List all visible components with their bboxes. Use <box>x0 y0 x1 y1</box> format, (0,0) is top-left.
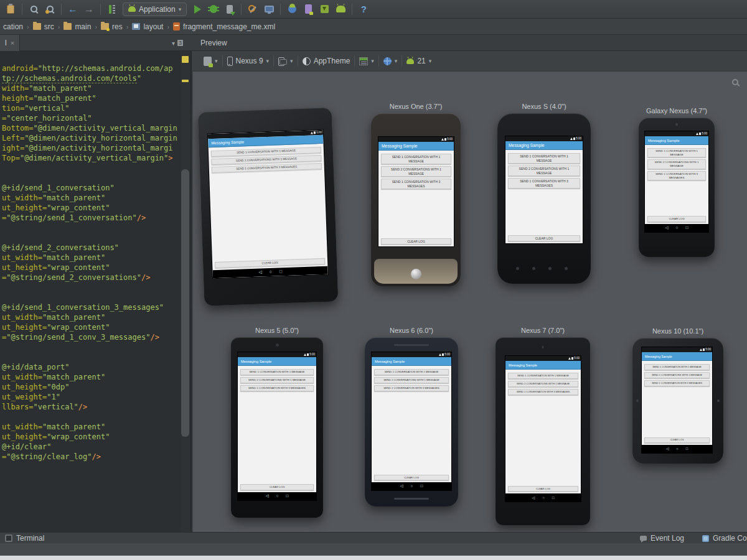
clear-log-button[interactable]: CLEAR LOG <box>508 486 578 492</box>
avd-manager-icon[interactable] <box>284 2 299 17</box>
send-1-conversation-button[interactable]: SEND 1 CONVERSATION WITH 1 MESSAGE <box>240 369 314 375</box>
back-icon[interactable]: ← <box>65 2 80 17</box>
forward-icon[interactable]: → <box>82 2 96 17</box>
clear-log-button[interactable]: CLEAR LOG <box>381 238 451 245</box>
device-screen[interactable]: 5:00 Messaging Sample SEND 1 CONVERSATIO… <box>505 356 581 502</box>
locale-dropdown[interactable]: ▾ <box>379 57 402 65</box>
send-1-conversation-3-messages-button[interactable]: SEND 1 CONVERSATION WITH 3 MESSAGES <box>644 380 710 386</box>
breadcrumb-item[interactable]: fragment_message_me.xml <box>171 22 277 31</box>
activity-dropdown[interactable]: ▾ <box>355 57 378 65</box>
send-1-conversation-3-messages-button[interactable]: SEND 1 CONVERSATION WITH 3 MESSAGES <box>381 179 451 189</box>
chevron-down-icon: ▾ <box>266 58 270 64</box>
editor-scrollbar[interactable] <box>181 51 190 532</box>
preview-canvas[interactable]: 5:00 Messaging Sample SEND 1 CONVERSATIO… <box>193 72 747 532</box>
device-screen[interactable]: 5:00 Messaging Sample SEND 1 CONVERSATIO… <box>208 130 328 278</box>
theme-dropdown[interactable]: AppTheme <box>298 57 355 65</box>
battery-icon <box>442 353 444 357</box>
toggle-columns-icon[interactable] <box>105 2 120 17</box>
android-icon[interactable] <box>333 2 348 17</box>
send-1-conversation-button[interactable]: SEND 1 CONVERSATION WITH 1 MESSAGE <box>508 373 578 379</box>
screen-actionbar: Messaging Sample <box>505 141 583 150</box>
chevron-down-icon: ▾ <box>172 40 175 47</box>
device-galaxynexus[interactable]: 5:00 Messaging Sample SEND 1 CONVERSATIO… <box>639 118 715 257</box>
breadcrumb-item[interactable]: cation <box>1 22 25 31</box>
breadcrumb-item[interactable]: main <box>62 22 93 31</box>
clear-log-button[interactable]: CLEAR LOG <box>508 235 580 242</box>
device-screen[interactable]: 5:00 Messaging Sample SEND 1 CONVERSATIO… <box>642 347 712 453</box>
clear-log-button[interactable]: CLEAR LOG <box>644 437 710 443</box>
send-1-conversation-3-messages-button[interactable]: SEND 1 CONVERSATION WITH 3 MESSAGES <box>508 389 578 395</box>
breadcrumb-label: fragment_message_me.xml <box>183 22 275 31</box>
code-editor[interactable]: android="http://schemas.android.com/aptp… <box>0 51 192 532</box>
editor-tab[interactable]: l × <box>0 35 20 51</box>
sdk-manager-icon[interactable] <box>317 2 332 17</box>
send-1-conversation-3-messages-button[interactable]: SEND 1 CONVERSATION WITH 3 MESSAGES <box>212 163 322 173</box>
device-screen[interactable]: 5:00 Messaging Sample SEND 1 CONVERSATIO… <box>505 136 583 243</box>
scrollbar-thumb[interactable] <box>181 169 189 437</box>
breadcrumb-item[interactable]: layout <box>130 22 165 31</box>
api-level-dropdown[interactable]: 21 ▾ <box>402 57 436 65</box>
clear-log-button[interactable]: CLEAR LOG <box>647 216 706 222</box>
send-1-conversation-3-messages-button[interactable]: SEND 1 CONVERSATION WITH 3 MESSAGES <box>374 385 449 391</box>
device-dropdown[interactable]: Nexus 9 ▾ <box>223 57 274 66</box>
send-2-conversations-button[interactable]: SEND 2 CONVERSATIONS WITH 1 MESSAGE <box>647 159 706 169</box>
battery-icon <box>699 133 701 136</box>
device-nexus9[interactable]: 5:00 Messaging Sample SEND 1 CONVERSATIO… <box>198 107 339 306</box>
run-icon[interactable] <box>190 2 205 17</box>
wifi-icon <box>570 138 573 140</box>
send-2-conversations-button[interactable]: SEND 2 CONVERSATIONS WITH 1 MESSAGE <box>508 166 580 176</box>
device-nexus7[interactable]: 5:00 Messaging Sample SEND 1 CONVERSATIO… <box>496 337 590 525</box>
find-in-path-icon[interactable] <box>42 2 57 17</box>
app-title: Messaging Sample <box>375 360 405 363</box>
screen-actionbar: Messaging Sample <box>505 361 581 370</box>
device-screen[interactable]: 5:00 Messaging Sample SEND 1 CONVERSATIO… <box>372 352 451 490</box>
gradle-console-toolbutton[interactable]: Gradle Co <box>702 533 747 544</box>
send-1-conversation-button[interactable]: SEND 1 CONVERSATION WITH 1 MESSAGE <box>508 153 580 164</box>
clear-log-button[interactable]: CLEAR LOG <box>240 484 314 490</box>
device-screen[interactable]: 5:00 Messaging Sample SEND 1 CONVERSATIO… <box>238 352 316 500</box>
device-nexusone[interactable]: 5:00 Messaging Sample SEND 1 CONVERSATIO… <box>371 113 461 286</box>
debug-icon[interactable] <box>206 2 221 17</box>
close-icon[interactable]: × <box>11 39 14 47</box>
tab-controls[interactable]: ▾ 3 <box>172 35 183 51</box>
send-1-conversation-3-messages-button[interactable]: SEND 1 CONVERSATION WITH 3 MESSAGES <box>647 171 706 180</box>
breadcrumb-item[interactable]: src <box>31 22 56 31</box>
run-configuration-dropdown[interactable]: Application ▾ <box>123 2 187 16</box>
device-screen[interactable]: 5:00 Messaging Sample SEND 1 CONVERSATIO… <box>645 131 708 232</box>
attach-debugger-icon[interactable] <box>222 2 237 17</box>
device-monitor-icon[interactable] <box>261 2 276 17</box>
send-1-conversation-button[interactable]: SEND 1 CONVERSATION WITH 1 MESSAGE <box>374 369 449 375</box>
send-1-conversation-button[interactable]: SEND 1 CONVERSATION WITH 1 MESSAGE <box>644 364 710 370</box>
event-log-toolbutton[interactable]: Event Log <box>640 533 684 544</box>
send-1-conversation-button[interactable]: SEND 1 CONVERSATION WITH 1 MESSAGE <box>381 154 451 164</box>
nav-home-icon: ○ <box>676 447 678 451</box>
configuration-dropdown[interactable]: ▾ <box>199 57 222 66</box>
send-2-conversations-button[interactable]: SEND 2 CONVERSATIONS WITH 1 MESSAGE <box>644 372 710 378</box>
send-1-conversation-button[interactable]: SEND 1 CONVERSATION WITH 1 MESSAGE <box>647 148 706 157</box>
paste-icon[interactable] <box>3 2 18 17</box>
send-1-conversation-3-messages-button[interactable]: SEND 1 CONVERSATION WITH 3 MESSAGES <box>240 385 314 391</box>
clear-log-button[interactable]: CLEAR LOG <box>374 475 449 480</box>
device-nexus5[interactable]: 5:00 Messaging Sample SEND 1 CONVERSATIO… <box>231 337 323 518</box>
device-nexus10[interactable]: 5:00 Messaging Sample SEND 1 CONVERSATIO… <box>632 338 723 464</box>
breadcrumb-item[interactable]: res <box>99 22 125 31</box>
screen-navbar: ◁ ○ □ <box>645 224 708 232</box>
zoom-preview-icon[interactable] <box>732 79 738 85</box>
send-2-conversations-button[interactable]: SEND 2 CONVERSATIONS WITH 1 MESSAGE <box>508 381 578 387</box>
help-icon[interactable]: ? <box>356 2 371 17</box>
device-nexus6[interactable]: 5:00 Messaging Sample SEND 1 CONVERSATIO… <box>365 337 458 506</box>
nav-back-icon: ◁ <box>665 226 668 230</box>
send-2-conversations-button[interactable]: SEND 2 CONVERSATIONS WITH 1 MESSAGE <box>374 377 449 383</box>
nav-back-icon: ◁ <box>532 496 535 500</box>
send-2-conversations-button[interactable]: SEND 2 CONVERSATIONS WITH 1 MESSAGE <box>240 377 314 383</box>
device-nexuss[interactable]: 5:00 Messaging Sample SEND 1 CONVERSATIO… <box>497 113 591 284</box>
locale-globe-icon <box>383 57 392 65</box>
terminal-toolbutton[interactable]: Terminal <box>5 533 44 544</box>
orientation-dropdown[interactable]: ▾ <box>274 57 298 65</box>
device-screen[interactable]: 5:00 Messaging Sample SEND 1 CONVERSATIO… <box>378 137 454 246</box>
send-2-conversations-button[interactable]: SEND 2 CONVERSATIONS WITH 1 MESSAGE <box>381 166 451 177</box>
sync-gradle-icon[interactable] <box>245 2 260 17</box>
send-1-conversation-3-messages-button[interactable]: SEND 1 CONVERSATION WITH 3 MESSAGES <box>508 178 580 189</box>
virtual-device-icon[interactable] <box>301 2 316 17</box>
find-icon[interactable] <box>26 2 41 17</box>
